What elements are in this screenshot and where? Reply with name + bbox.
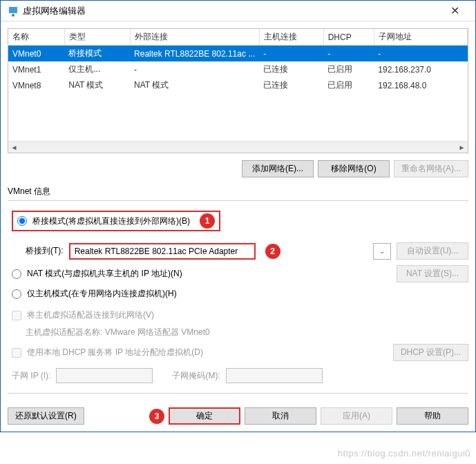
table-cell: - bbox=[130, 61, 259, 77]
restore-defaults-button[interactable]: 还原默认设置(R) bbox=[8, 407, 84, 425]
table-row[interactable]: VMnet8NAT 模式NAT 模式已连接已启用192.168.48.0 bbox=[8, 77, 468, 93]
table-cell: VMnet1 bbox=[8, 61, 64, 77]
radio-nat[interactable] bbox=[12, 269, 21, 279]
remove-network-button[interactable]: 移除网络(O) bbox=[318, 160, 390, 177]
scroll-left-icon[interactable]: ◄ bbox=[8, 142, 20, 153]
radio-host[interactable] bbox=[12, 289, 21, 299]
checkbox-dhcp-label: 使用本地 DHCP 服务将 IP 地址分配给虚拟机(D) bbox=[27, 347, 203, 358]
checkbox-host-adapter bbox=[12, 311, 21, 320]
close-button[interactable]: ✕ bbox=[441, 4, 468, 17]
scroll-right-icon[interactable]: ► bbox=[456, 142, 468, 153]
cancel-button[interactable]: 取消 bbox=[245, 407, 316, 425]
bridge-to-label: 桥接到(T): bbox=[26, 245, 64, 257]
bridge-to-dropdown[interactable]: Realtek RTL8822BE 802.11ac PCIe Adapter bbox=[69, 243, 256, 260]
th-host[interactable]: 主机连接 bbox=[259, 29, 323, 46]
radio-bridge-label: 桥接模式(将虚拟机直接连接到外部网络)(B) bbox=[32, 215, 190, 227]
auto-settings-button: 自动设置(U)... bbox=[397, 242, 468, 260]
annotation-1: 1 bbox=[200, 213, 215, 229]
subnet-ip-label: 子网 IP (I): bbox=[12, 370, 50, 382]
table-cell: 已连接 bbox=[259, 61, 323, 77]
subnet-mask-input bbox=[226, 368, 323, 383]
bridge-to-value: Realtek RTL8822BE 802.11ac PCIe Adapter bbox=[75, 246, 238, 256]
radio-host-label: 仅主机模式(在专用网络内连接虚拟机)(H) bbox=[27, 288, 177, 300]
table-cell: VMnet0 bbox=[8, 46, 64, 62]
svg-point-1 bbox=[12, 14, 15, 17]
table-cell: Realtek RTL8822BE 802.11ac ... bbox=[130, 46, 259, 62]
checkbox-dhcp bbox=[12, 348, 21, 358]
table-cell: - bbox=[323, 46, 374, 62]
th-name[interactable]: 名称 bbox=[8, 29, 64, 46]
network-table[interactable]: 名称 类型 外部连接 主机连接 DHCP 子网地址 VMnet0桥接模式Real… bbox=[8, 28, 468, 153]
table-cell: 仅主机... bbox=[64, 61, 130, 77]
annotation-2: 2 bbox=[265, 244, 280, 259]
help-button[interactable]: 帮助 bbox=[397, 407, 468, 425]
radio-bridge[interactable] bbox=[17, 216, 27, 226]
th-ext[interactable]: 外部连接 bbox=[130, 29, 259, 46]
host-adapter-name: 主机虚拟适配器名称: VMware 网络适配器 VMnet0 bbox=[26, 327, 210, 338]
table-row[interactable]: VMnet1仅主机...-已连接已启用192.168.237.0 bbox=[8, 61, 468, 77]
th-dhcp[interactable]: DHCP bbox=[323, 29, 374, 46]
table-cell: 桥接模式 bbox=[64, 46, 130, 62]
table-cell: VMnet8 bbox=[8, 77, 64, 93]
table-cell: 192.168.237.0 bbox=[374, 61, 467, 77]
table-cell: NAT 模式 bbox=[130, 77, 259, 93]
apply-button: 应用(A) bbox=[321, 407, 392, 425]
nat-settings-button: NAT 设置(S)... bbox=[397, 265, 468, 282]
table-cell: - bbox=[374, 46, 467, 62]
dhcp-settings-button: DHCP 设置(P)... bbox=[393, 344, 468, 361]
rename-network-button: 重命名网络(A)... bbox=[394, 160, 468, 177]
th-type[interactable]: 类型 bbox=[64, 29, 130, 46]
table-row[interactable]: VMnet0桥接模式Realtek RTL8822BE 802.11ac ...… bbox=[8, 46, 468, 62]
add-network-button[interactable]: 添加网络(E)... bbox=[242, 160, 314, 177]
annotation-3: 3 bbox=[149, 409, 164, 424]
svg-rect-0 bbox=[9, 7, 17, 13]
table-cell: - bbox=[259, 46, 323, 62]
th-subnet[interactable]: 子网地址 bbox=[374, 29, 467, 46]
table-cell: 192.168.48.0 bbox=[374, 77, 467, 93]
watermark: https://blog.csdn.net/renlaigui0 bbox=[338, 448, 470, 458]
ok-button[interactable]: 确定 bbox=[169, 407, 240, 425]
radio-nat-label: NAT 模式(与虚拟机共享主机的 IP 地址)(N) bbox=[27, 268, 182, 280]
table-cell: 已连接 bbox=[259, 77, 323, 93]
subnet-mask-label: 子网掩码(M): bbox=[172, 370, 220, 382]
horizontal-scrollbar[interactable]: ◄ ► bbox=[8, 141, 468, 153]
table-cell: 已启用 bbox=[323, 77, 374, 93]
app-icon bbox=[8, 6, 19, 17]
checkbox-host-adapter-label: 将主机虚拟适配器连接到此网络(V) bbox=[27, 309, 154, 321]
window-title: 虚拟网络编辑器 bbox=[23, 5, 86, 17]
subnet-ip-input bbox=[56, 368, 153, 383]
chevron-down-icon[interactable]: ⌄ bbox=[373, 243, 391, 260]
table-cell: NAT 模式 bbox=[64, 77, 130, 93]
table-cell: 已启用 bbox=[323, 61, 374, 77]
section-label: VMnet 信息 bbox=[8, 186, 468, 197]
